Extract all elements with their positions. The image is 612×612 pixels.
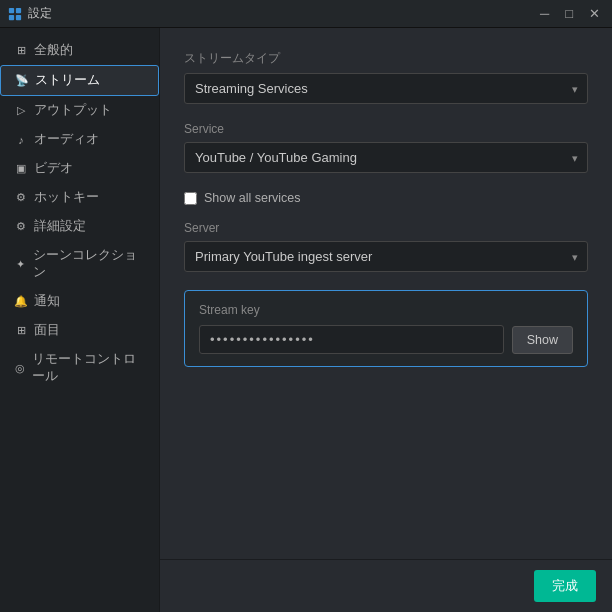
server-label: Server bbox=[184, 221, 588, 235]
fun-icon: ⊞ bbox=[14, 324, 28, 337]
sidebar-item-output[interactable]: ▷ アウトプット bbox=[0, 96, 159, 125]
sidebar-item-scenes[interactable]: ✦ シーンコレクション bbox=[0, 241, 159, 287]
service-section: Service YouTube / YouTube Gaming Twitch … bbox=[184, 122, 588, 173]
sidebar: ⊞ 全般的 📡 ストリーム ▷ アウトプット ♪ オーディオ ▣ ビデオ ⚙ ホ… bbox=[0, 28, 160, 612]
service-label: Service bbox=[184, 122, 588, 136]
sidebar-item-fun[interactable]: ⊞ 面目 bbox=[0, 316, 159, 345]
stream-type-label: ストリームタイプ bbox=[184, 50, 588, 67]
service-dropdown-wrapper: YouTube / YouTube Gaming Twitch Facebook… bbox=[184, 142, 588, 173]
app-icon bbox=[8, 7, 22, 21]
svg-rect-2 bbox=[9, 14, 14, 19]
audio-icon: ♪ bbox=[14, 134, 28, 146]
svg-rect-1 bbox=[16, 7, 21, 12]
sidebar-item-label: ストリーム bbox=[35, 72, 100, 89]
stream-type-dropdown-wrapper: Streaming Services Custom RTMP Server ▾ bbox=[184, 73, 588, 104]
bell-icon: 🔔 bbox=[14, 295, 28, 308]
sidebar-item-remote[interactable]: ◎ リモートコントロール bbox=[0, 345, 159, 391]
service-dropdown[interactable]: YouTube / YouTube Gaming Twitch Facebook… bbox=[184, 142, 588, 173]
advanced-icon: ⚙ bbox=[14, 220, 28, 233]
sidebar-item-general[interactable]: ⊞ 全般的 bbox=[0, 36, 159, 65]
sidebar-item-audio[interactable]: ♪ オーディオ bbox=[0, 125, 159, 154]
titlebar-controls: ─ □ ✕ bbox=[536, 7, 604, 20]
sidebar-item-label: シーンコレクション bbox=[33, 247, 145, 281]
sidebar-item-label: 全般的 bbox=[34, 42, 73, 59]
sidebar-item-label: ビデオ bbox=[34, 160, 73, 177]
remote-icon: ◎ bbox=[14, 362, 26, 375]
sidebar-item-stream[interactable]: 📡 ストリーム bbox=[0, 65, 159, 96]
close-button[interactable]: ✕ bbox=[585, 7, 604, 20]
show-stream-key-button[interactable]: Show bbox=[512, 326, 573, 354]
svg-rect-0 bbox=[9, 7, 14, 12]
sidebar-item-label: ホットキー bbox=[34, 189, 99, 206]
svg-rect-3 bbox=[16, 14, 21, 19]
stream-type-dropdown[interactable]: Streaming Services Custom RTMP Server bbox=[184, 73, 588, 104]
sidebar-item-label: アウトプット bbox=[34, 102, 112, 119]
content-area: ストリームタイプ Streaming Services Custom RTMP … bbox=[160, 28, 612, 612]
show-all-services-row: Show all services bbox=[184, 191, 588, 205]
maximize-button[interactable]: □ bbox=[561, 7, 577, 20]
finish-button[interactable]: 完成 bbox=[534, 570, 596, 602]
show-all-services-label[interactable]: Show all services bbox=[204, 191, 301, 205]
titlebar: 設定 ─ □ ✕ bbox=[0, 0, 612, 28]
sidebar-item-label: 通知 bbox=[34, 293, 60, 310]
stream-key-box: Stream key Show bbox=[184, 290, 588, 367]
main-layout: ⊞ 全般的 📡 ストリーム ▷ アウトプット ♪ オーディオ ▣ ビデオ ⚙ ホ… bbox=[0, 28, 612, 612]
stream-key-input[interactable] bbox=[199, 325, 504, 354]
stream-key-row: Show bbox=[199, 325, 573, 354]
server-dropdown-wrapper: Primary YouTube ingest server Backup You… bbox=[184, 241, 588, 272]
sidebar-item-label: 詳細設定 bbox=[34, 218, 86, 235]
hotkey-icon: ⚙ bbox=[14, 191, 28, 204]
titlebar-left: 設定 bbox=[8, 5, 52, 22]
sidebar-item-video[interactable]: ▣ ビデオ bbox=[0, 154, 159, 183]
output-icon: ▷ bbox=[14, 104, 28, 117]
sidebar-item-hotkeys[interactable]: ⚙ ホットキー bbox=[0, 183, 159, 212]
minimize-button[interactable]: ─ bbox=[536, 7, 553, 20]
stream-icon: 📡 bbox=[15, 74, 29, 87]
server-dropdown[interactable]: Primary YouTube ingest server Backup You… bbox=[184, 241, 588, 272]
stream-key-label: Stream key bbox=[199, 303, 573, 317]
scenes-icon: ✦ bbox=[14, 258, 27, 271]
sidebar-item-label: リモートコントロール bbox=[32, 351, 145, 385]
sidebar-item-notifications[interactable]: 🔔 通知 bbox=[0, 287, 159, 316]
sidebar-item-label: 面目 bbox=[34, 322, 60, 339]
show-all-services-checkbox[interactable] bbox=[184, 192, 197, 205]
footer: 完成 bbox=[160, 559, 612, 612]
titlebar-title: 設定 bbox=[28, 5, 52, 22]
grid-icon: ⊞ bbox=[14, 44, 28, 57]
sidebar-item-advanced[interactable]: ⚙ 詳細設定 bbox=[0, 212, 159, 241]
video-icon: ▣ bbox=[14, 162, 28, 175]
sidebar-item-label: オーディオ bbox=[34, 131, 99, 148]
